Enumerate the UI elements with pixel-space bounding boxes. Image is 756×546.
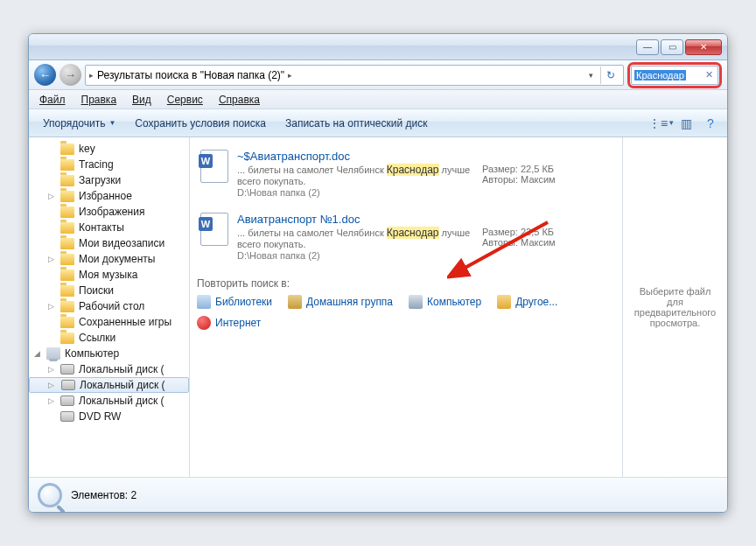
search-box[interactable]: Краснодар ✕ [631, 66, 718, 85]
tree-item[interactable]: ◢Компьютер [29, 346, 189, 361]
tree-item[interactable]: DVD RW [29, 409, 189, 424]
menu-view[interactable]: Вид [125, 92, 158, 108]
refresh-button[interactable]: ↻ [600, 66, 620, 84]
tree-item[interactable]: Загрузки [29, 172, 189, 188]
status-text: Элементов: 2 [71, 489, 136, 501]
folder-icon [60, 317, 74, 328]
tree-item[interactable]: Мои видеозаписи [29, 235, 189, 251]
minimize-button[interactable]: — [636, 39, 659, 55]
tree-item-label: Мои документы [79, 253, 155, 265]
tree-item[interactable]: Ссылки [29, 330, 189, 346]
forward-button[interactable]: → [60, 64, 81, 86]
preview-pane-button[interactable]: ▥ [675, 114, 697, 133]
folder-icon [60, 206, 74, 218]
preview-pane: Выберите файл для предварительного просм… [622, 137, 727, 477]
result-title: Авиатранспорт №1.doc [237, 213, 473, 226]
tree-item[interactable]: key [29, 141, 189, 157]
result-title: ~$Авиатранспорт.doc [237, 150, 473, 163]
menu-help[interactable]: Справка [212, 92, 267, 108]
tree-item-label: Мои видеозаписи [79, 237, 164, 249]
close-button[interactable]: ✕ [685, 39, 722, 55]
menu-tools[interactable]: Сервис [160, 92, 210, 108]
result-meta: Размер: 22,5 КБАвторы: Максим [482, 150, 612, 198]
drive-icon [60, 411, 74, 422]
tree-item[interactable]: ▷Локальный диск ( [29, 361, 189, 377]
breadcrumb-arrow-icon: ▸ [288, 71, 292, 80]
back-button[interactable]: ← [34, 64, 56, 86]
home-icon [288, 295, 302, 309]
explorer-window: — ▭ ✕ ← → ▸ Результаты поиска в "Новая п… [28, 33, 728, 513]
address-dropdown-icon[interactable]: ▾ [585, 71, 597, 80]
folder-icon [60, 144, 74, 155]
organize-button[interactable]: Упорядочить▼ [34, 114, 124, 133]
folder-icon [60, 222, 74, 234]
repeat-lib[interactable]: Библиотеки [197, 295, 272, 309]
status-bar: Элементов: 2 [29, 477, 727, 512]
tree-item-label: Tracing [79, 158, 114, 171]
folder-icon [60, 270, 74, 281]
tree-item[interactable]: ▷Избранное [29, 188, 189, 204]
burn-button[interactable]: Записать на оптический диск [276, 114, 437, 133]
folder-icon [60, 285, 74, 297]
tree-item-label: Поиски [79, 284, 114, 297]
tree-item-label: Моя музыка [79, 269, 137, 281]
menu-file[interactable]: Файл [32, 92, 73, 108]
folder-icon [60, 254, 74, 265]
drive-icon [60, 364, 74, 374]
result-path: D:\Новая папка (2) [237, 250, 473, 261]
search-results: ~$Авиатранспорт.doc... билеты на самолет… [190, 137, 622, 477]
repeat-search: Повторить поиск в:БиблиотекиДомашняя гру… [197, 277, 615, 330]
menu-bar: Файл Правка Вид Сервис Справка [29, 90, 727, 109]
toolbar: Упорядочить▼ Сохранить условия поиска За… [29, 109, 727, 137]
repeat-comp[interactable]: Компьютер [409, 295, 481, 309]
maximize-button[interactable]: ▭ [661, 39, 683, 55]
folder-icon [60, 238, 74, 249]
tree-item[interactable]: Сохраненные игры [29, 314, 189, 330]
folder-icon [60, 191, 74, 202]
navigation-tree[interactable]: keyTracingЗагрузки▷ИзбранноеИзображенияК… [29, 137, 190, 477]
tree-item-label: Локальный диск ( [80, 379, 165, 391]
folder-icon [60, 159, 74, 171]
tree-item[interactable]: ▷Локальный диск ( [29, 393, 189, 409]
drive-icon [60, 396, 74, 406]
search-highlight: Краснодар ✕ [627, 62, 722, 88]
drive-icon [61, 380, 75, 390]
tree-item[interactable]: Поиски [29, 283, 189, 298]
result-item[interactable]: Авиатранспорт №1.doc... билеты на самоле… [197, 207, 615, 267]
tree-item[interactable]: ▷Рабочий стол [29, 298, 189, 314]
result-snippet: ... билеты на самолет Челябинск Краснода… [237, 227, 473, 249]
search-clear-icon[interactable]: ✕ [704, 69, 715, 80]
tree-item[interactable]: Tracing [29, 157, 189, 172]
save-search-button[interactable]: Сохранить условия поиска [126, 114, 275, 133]
menu-edit[interactable]: Правка [74, 92, 124, 108]
tree-item-label: Изображения [79, 206, 144, 218]
address-bar[interactable]: ▸ Результаты поиска в "Новая папка (2)" … [85, 65, 624, 86]
tree-item-label: Сохраненные игры [79, 316, 172, 328]
lib-icon [197, 295, 211, 309]
help-button[interactable]: ? [699, 114, 722, 133]
result-snippet: ... билеты на самолет Челябинск Краснода… [237, 164, 473, 186]
search-query: Краснодар [634, 70, 686, 80]
nav-bar: ← → ▸ Результаты поиска в "Новая папка (… [29, 60, 727, 90]
result-item[interactable]: ~$Авиатранспорт.doc... билеты на самолет… [197, 144, 615, 204]
view-options-button[interactable]: ⋮≡▼ [650, 114, 673, 133]
other-icon [497, 295, 511, 309]
folder-icon [60, 301, 74, 312]
folder-icon [60, 332, 74, 344]
repeat-home[interactable]: Домашняя группа [288, 295, 393, 309]
repeat-other[interactable]: Другое... [497, 295, 557, 309]
tree-item[interactable]: Контакты [29, 220, 189, 235]
tree-item[interactable]: ▷Локальный диск ( [29, 377, 189, 393]
result-meta: Размер: 22,5 КБАвторы: Максим [482, 213, 612, 261]
tree-item[interactable]: ▷Мои документы [29, 251, 189, 267]
tree-item[interactable]: Изображения [29, 204, 189, 220]
titlebar: — ▭ ✕ [29, 34, 727, 60]
tree-item[interactable]: Моя музыка [29, 267, 189, 283]
tree-item-label: Избранное [79, 190, 132, 202]
tree-item-label: Загрузки [79, 174, 121, 186]
internet-icon [197, 316, 211, 330]
repeat-internet[interactable]: Интернет [197, 316, 261, 330]
tree-item-label: Контакты [79, 221, 124, 234]
comp-icon [409, 295, 423, 309]
tree-item-label: DVD RW [79, 410, 121, 423]
